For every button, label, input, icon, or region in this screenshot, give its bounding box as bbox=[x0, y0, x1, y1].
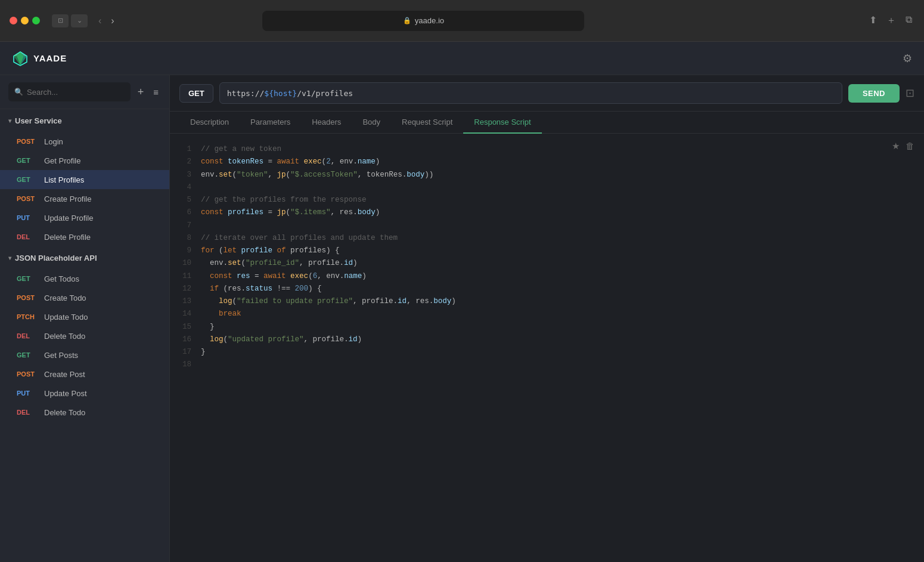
sidebar-search-bar: 🔍 + ≡ bbox=[0, 75, 169, 109]
tab-headers[interactable]: Headers bbox=[301, 112, 352, 134]
app-header: YAADE ⚙ bbox=[0, 42, 924, 75]
request-name: Delete Todo bbox=[44, 332, 149, 341]
request-item[interactable]: GET Get Todos ··· bbox=[0, 269, 169, 288]
request-name: List Profiles bbox=[44, 175, 149, 184]
request-item[interactable]: PTCH Update Todo ··· bbox=[0, 307, 169, 326]
close-traffic-light[interactable] bbox=[10, 17, 17, 24]
request-item[interactable]: PUT Update Post ··· bbox=[0, 384, 169, 403]
collection-name: User Service bbox=[15, 116, 153, 125]
request-item[interactable]: POST Create Todo ··· bbox=[0, 288, 169, 307]
code-toolbar: ★ 🗑 bbox=[892, 141, 914, 152]
code-line: 5 // get the profiles from the response bbox=[179, 194, 914, 206]
nav-arrows: ‹ › bbox=[95, 13, 118, 29]
code-line: 9 for (let profile of profiles) { bbox=[179, 245, 914, 257]
request-item[interactable]: DEL Delete Profile ··· bbox=[0, 227, 169, 246]
right-panel: GET https://${host}/v1/profiles SEND ⊡ D… bbox=[170, 75, 924, 562]
send-button[interactable]: SEND bbox=[848, 84, 900, 103]
request-name: Get Profile bbox=[44, 156, 149, 165]
code-line: 4 bbox=[179, 181, 914, 194]
add-collection-button[interactable]: + bbox=[135, 84, 147, 101]
request-item[interactable]: GET Get Posts ··· bbox=[0, 345, 169, 365]
code-editor[interactable]: 1 // get a new token 2 const tokenRes = … bbox=[170, 143, 924, 372]
forward-arrow[interactable]: › bbox=[107, 13, 117, 29]
chevron-down-icon: ▾ bbox=[8, 255, 11, 261]
sidebar-list: ▾ User Service ··· POST Login ··· GET Ge… bbox=[0, 109, 169, 562]
code-line: 12 if (res.status !== 200) { bbox=[179, 283, 914, 295]
request-item[interactable]: DEL Delete Todo ··· bbox=[0, 403, 169, 422]
request-name: Update Post bbox=[44, 389, 149, 398]
url-path: /v1/profiles bbox=[297, 89, 353, 98]
search-input[interactable] bbox=[27, 88, 125, 97]
url-input-wrap[interactable]: https://${host}/v1/profiles bbox=[219, 82, 842, 104]
method-badge-post: POST bbox=[17, 195, 39, 202]
share-icon[interactable]: ⬆ bbox=[867, 12, 879, 29]
browser-chrome: ⊡ ⌄ ‹ › 🔒 yaade.io ⬆ ＋ ⧉ bbox=[0, 0, 924, 42]
copy-icon[interactable]: ⧉ bbox=[903, 12, 914, 29]
code-line: 18 bbox=[179, 359, 914, 371]
request-item[interactable]: POST Login ··· bbox=[0, 132, 169, 151]
method-badge-get: GET bbox=[17, 157, 39, 164]
request-item[interactable]: PUT Update Profile ··· bbox=[0, 208, 169, 227]
tab-request-script[interactable]: Request Script bbox=[391, 112, 463, 134]
back-arrow[interactable]: ‹ bbox=[95, 13, 105, 29]
address-bar[interactable]: 🔒 yaade.io bbox=[262, 11, 584, 31]
method-badge-get: GET bbox=[17, 176, 39, 183]
lock-icon: 🔒 bbox=[403, 17, 411, 24]
method-selector[interactable]: GET bbox=[179, 84, 213, 103]
maximize-traffic-light[interactable] bbox=[32, 17, 40, 24]
star-icon[interactable]: ★ bbox=[892, 141, 900, 152]
url-prefix: https:// bbox=[227, 89, 265, 98]
main-content: 🔍 + ≡ ▾ User Service ··· POST Login ··· bbox=[0, 75, 924, 562]
request-item[interactable]: POST Create Post ··· bbox=[0, 365, 169, 384]
browser-actions: ⬆ ＋ ⧉ bbox=[867, 12, 914, 29]
tab-parameters[interactable]: Parameters bbox=[240, 112, 301, 134]
collection-name: JSON Placeholder API bbox=[15, 254, 153, 263]
code-line: 10 env.set("profile_id", profile.id) bbox=[179, 257, 914, 270]
method-badge-post: POST bbox=[17, 370, 39, 378]
sidebar: 🔍 + ≡ ▾ User Service ··· POST Login ··· bbox=[0, 75, 170, 562]
sidebar-toggle-btn[interactable]: ⊡ bbox=[52, 14, 69, 27]
method-badge-post: POST bbox=[17, 294, 39, 301]
window-controls: ⊡ ⌄ bbox=[52, 14, 88, 27]
browser-url: yaade.io bbox=[415, 16, 444, 25]
code-line: 13 log("failed to update profile", profi… bbox=[179, 295, 914, 308]
trash-icon[interactable]: 🗑 bbox=[906, 141, 914, 152]
gem-icon bbox=[12, 50, 29, 67]
collection-json-placeholder[interactable]: ▾ JSON Placeholder API ··· bbox=[0, 246, 169, 269]
code-line: 1 // get a new token bbox=[179, 143, 914, 156]
tab-description[interactable]: Description bbox=[179, 112, 240, 134]
request-name: Create Post bbox=[44, 370, 149, 379]
request-item[interactable]: POST Create Profile ··· bbox=[0, 189, 169, 208]
request-item-active[interactable]: GET List Profiles ··· bbox=[0, 170, 169, 189]
new-tab-icon[interactable]: ＋ bbox=[884, 12, 898, 29]
request-item[interactable]: DEL Delete Todo ··· bbox=[0, 326, 169, 345]
method-badge-del: DEL bbox=[17, 233, 39, 240]
code-line: 15 } bbox=[179, 321, 914, 334]
chevron-down-btn[interactable]: ⌄ bbox=[71, 14, 88, 27]
request-name: Create Profile bbox=[44, 194, 149, 203]
method-badge-put: PUT bbox=[17, 390, 39, 397]
method-badge-get: GET bbox=[17, 351, 39, 359]
method-badge-del: DEL bbox=[17, 332, 39, 339]
tab-response-script[interactable]: Response Script bbox=[463, 112, 541, 134]
code-line: 11 const res = await exec(6, env.name) bbox=[179, 270, 914, 283]
save-icon[interactable]: ⊡ bbox=[906, 87, 914, 100]
method-badge-del: DEL bbox=[17, 409, 39, 416]
code-line: 14 break bbox=[179, 308, 914, 320]
search-icon: 🔍 bbox=[14, 88, 23, 96]
code-line: 8 // iterate over all profiles and updat… bbox=[179, 232, 914, 245]
request-name: Login bbox=[44, 137, 149, 146]
method-badge-post: POST bbox=[17, 138, 39, 145]
code-line: 7 bbox=[179, 220, 914, 232]
minimize-traffic-light[interactable] bbox=[21, 17, 29, 24]
search-wrap[interactable]: 🔍 bbox=[8, 82, 131, 101]
settings-icon[interactable]: ⚙ bbox=[903, 52, 912, 65]
collection-user-service[interactable]: ▾ User Service ··· bbox=[0, 109, 169, 132]
request-name: Create Todo bbox=[44, 294, 149, 302]
menu-icon[interactable]: ≡ bbox=[151, 85, 161, 100]
app-name: YAADE bbox=[33, 53, 67, 63]
request-item[interactable]: GET Get Profile ··· bbox=[0, 151, 169, 170]
method-badge-get: GET bbox=[17, 275, 39, 282]
tab-body[interactable]: Body bbox=[352, 112, 391, 134]
request-name: Update Todo bbox=[44, 313, 149, 322]
